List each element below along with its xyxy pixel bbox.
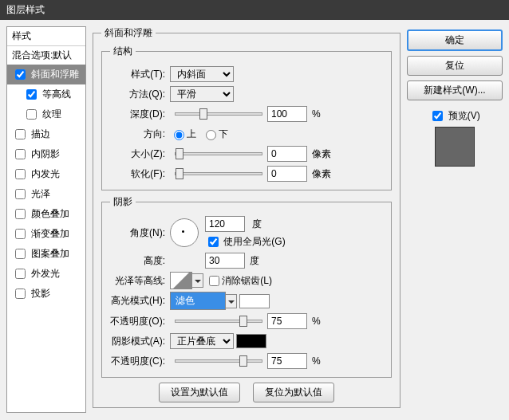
angle-input[interactable] bbox=[205, 216, 245, 232]
sidebar-label-2: 纹理 bbox=[42, 108, 61, 121]
make-default-button[interactable]: 设置为默认值 bbox=[159, 383, 240, 402]
size-label: 大小(Z): bbox=[110, 147, 170, 161]
main-panel: 斜面和浮雕 结构 样式(T): 内斜面 方法(Q): 平滑 深度(D): bbox=[93, 26, 400, 413]
cancel-button[interactable]: 复位 bbox=[407, 56, 503, 76]
sidebar-checkbox-7[interactable] bbox=[15, 209, 26, 219]
sidebar-item-0[interactable]: 斜面和浮雕 bbox=[7, 65, 85, 84]
style-select[interactable]: 内斜面 bbox=[170, 66, 234, 82]
sidebar-checkbox-4[interactable] bbox=[15, 149, 26, 159]
technique-label: 方法(Q): bbox=[110, 88, 170, 101]
sidebar-label-8: 渐变叠加 bbox=[31, 227, 69, 241]
sidebar-item-5[interactable]: 内发光 bbox=[7, 164, 85, 184]
blend-options-item[interactable]: 混合选项:默认 bbox=[7, 46, 85, 65]
styles-sidebar: 样式 混合选项:默认 斜面和浮雕等高线纹理描边内阴影内发光光泽颜色叠加渐变叠加图… bbox=[6, 26, 86, 413]
sidebar-checkbox-6[interactable] bbox=[15, 189, 26, 199]
size-unit: 像素 bbox=[312, 147, 331, 161]
titlebar: 图层样式 bbox=[0, 0, 509, 20]
sidebar-label-11: 投影 bbox=[31, 287, 50, 300]
preview-label: 预览(V) bbox=[448, 110, 480, 121]
sidebar-checkbox-1[interactable] bbox=[26, 89, 37, 100]
altitude-label: 高度: bbox=[110, 254, 170, 268]
shadow-color-swatch[interactable] bbox=[236, 334, 266, 348]
opacity-unit1: % bbox=[312, 316, 321, 327]
highlight-mode-select[interactable]: 滤色 bbox=[170, 292, 226, 310]
depth-unit: % bbox=[312, 108, 321, 120]
sidebar-checkbox-5[interactable] bbox=[15, 169, 26, 179]
sidebar-label-0: 斜面和浮雕 bbox=[31, 68, 79, 81]
highlight-mode-dropdown[interactable] bbox=[226, 294, 237, 308]
sidebar-checkbox-3[interactable] bbox=[15, 129, 26, 139]
soften-slider[interactable] bbox=[175, 172, 262, 175]
sidebar-label-4: 内阴影 bbox=[31, 147, 60, 161]
sidebar-item-2[interactable]: 纹理 bbox=[7, 104, 85, 124]
direction-down-radio[interactable] bbox=[206, 130, 216, 140]
highlight-opacity-input[interactable] bbox=[267, 313, 307, 329]
gloss-contour-dropdown[interactable] bbox=[192, 273, 203, 288]
altitude-input[interactable] bbox=[205, 253, 245, 269]
sidebar-item-7[interactable]: 颜色叠加 bbox=[7, 204, 85, 224]
sidebar-checkbox-2[interactable] bbox=[26, 109, 37, 120]
sidebar-item-1[interactable]: 等高线 bbox=[7, 84, 85, 104]
ok-button[interactable]: 确定 bbox=[407, 29, 503, 51]
depth-label: 深度(D): bbox=[110, 108, 170, 121]
style-label: 样式(T): bbox=[110, 68, 170, 81]
global-light-label: 使用全局光(G) bbox=[223, 236, 285, 247]
bevel-emboss-fieldset: 斜面和浮雕 结构 样式(T): 内斜面 方法(Q): 平滑 深度(D): bbox=[93, 26, 400, 408]
size-slider[interactable] bbox=[175, 152, 262, 155]
preview-swatch bbox=[435, 127, 475, 167]
sidebar-item-9[interactable]: 图案叠加 bbox=[7, 244, 85, 264]
sidebar-item-10[interactable]: 外发光 bbox=[7, 264, 85, 284]
sidebar-item-6[interactable]: 光泽 bbox=[7, 184, 85, 204]
reset-default-button[interactable]: 复位为默认值 bbox=[253, 383, 334, 402]
sidebar-item-4[interactable]: 内阴影 bbox=[7, 144, 85, 164]
highlight-opacity-label: 不透明度(O): bbox=[110, 315, 170, 328]
direction-label: 方向: bbox=[110, 128, 170, 141]
preview-checkbox[interactable] bbox=[432, 111, 443, 121]
direction-up-radio[interactable] bbox=[174, 130, 184, 140]
shadow-opacity-slider[interactable] bbox=[175, 359, 262, 363]
altitude-unit: 度 bbox=[250, 254, 259, 268]
sidebar-checkbox-9[interactable] bbox=[15, 249, 26, 259]
depth-input[interactable] bbox=[267, 106, 307, 122]
direction-down-label: 下 bbox=[219, 128, 228, 141]
sidebar-label-6: 光泽 bbox=[31, 187, 50, 201]
soften-input[interactable] bbox=[267, 166, 307, 182]
highlight-mode-label: 高光模式(H): bbox=[110, 294, 170, 308]
sidebar-item-8[interactable]: 渐变叠加 bbox=[7, 224, 85, 244]
gloss-contour-swatch[interactable] bbox=[170, 272, 192, 289]
sidebar-checkbox-0[interactable] bbox=[15, 69, 26, 80]
sidebar-label-3: 描边 bbox=[31, 128, 50, 141]
highlight-color-swatch[interactable] bbox=[239, 294, 270, 308]
shadow-opacity-label: 不透明度(C): bbox=[110, 355, 170, 368]
highlight-opacity-slider[interactable] bbox=[175, 320, 262, 323]
opacity-unit2: % bbox=[312, 355, 321, 367]
structure-group: 结构 样式(T): 内斜面 方法(Q): 平滑 深度(D): % bbox=[101, 45, 392, 190]
global-light-checkbox[interactable] bbox=[208, 237, 219, 247]
technique-select[interactable]: 平滑 bbox=[170, 86, 234, 102]
soften-label: 软化(F): bbox=[110, 167, 170, 181]
shading-legend: 阴影 bbox=[110, 195, 136, 209]
depth-slider[interactable] bbox=[175, 112, 262, 116]
gloss-contour-label: 光泽等高线: bbox=[110, 274, 170, 288]
sidebar-label-5: 内发光 bbox=[31, 167, 60, 181]
sidebar-checkbox-10[interactable] bbox=[15, 269, 26, 279]
structure-legend: 结构 bbox=[110, 45, 136, 58]
angle-dial[interactable] bbox=[170, 218, 199, 247]
shadow-mode-select[interactable]: 正片叠底 bbox=[170, 333, 234, 349]
soften-unit: 像素 bbox=[312, 167, 331, 181]
antialias-checkbox[interactable] bbox=[209, 276, 219, 286]
sidebar-item-11[interactable]: 投影 bbox=[7, 284, 85, 304]
new-style-button[interactable]: 新建样式(W)... bbox=[407, 80, 503, 100]
sidebar-checkbox-8[interactable] bbox=[15, 229, 26, 239]
shadow-opacity-input[interactable] bbox=[267, 353, 307, 369]
antialias-label: 消除锯齿(L) bbox=[222, 274, 272, 288]
sidebar-label-9: 图案叠加 bbox=[31, 247, 69, 261]
panel-title: 斜面和浮雕 bbox=[101, 26, 156, 40]
shading-group: 阴影 角度(N): 度 使用全局光(G) bbox=[101, 195, 392, 378]
sidebar-item-3[interactable]: 描边 bbox=[7, 124, 85, 144]
sidebar-checkbox-11[interactable] bbox=[15, 289, 26, 299]
angle-unit: 度 bbox=[252, 218, 262, 230]
angle-label: 角度(N): bbox=[110, 226, 170, 240]
sidebar-label-7: 颜色叠加 bbox=[31, 207, 69, 221]
size-input[interactable] bbox=[267, 146, 307, 162]
